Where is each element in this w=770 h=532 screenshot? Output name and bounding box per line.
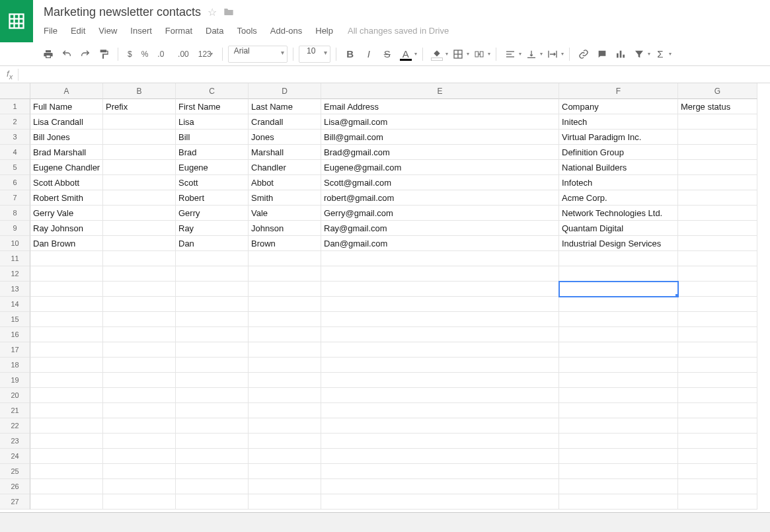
cell-E15[interactable] [321, 312, 559, 327]
cell-B24[interactable] [103, 449, 176, 464]
cell-D25[interactable] [249, 464, 321, 479]
cell-C25[interactable] [176, 464, 249, 479]
cell-F22[interactable] [559, 418, 678, 434]
cell-C10[interactable]: Dan [176, 236, 249, 251]
halign-dropdown[interactable]: ▾ [519, 51, 521, 57]
cell-G6[interactable] [678, 175, 757, 190]
cell-G12[interactable] [678, 266, 757, 282]
cell-A8[interactable]: Gerry Vale [30, 206, 103, 221]
row-header-24[interactable]: 24 [0, 449, 30, 464]
cell-B17[interactable] [103, 342, 176, 358]
cell-G11[interactable] [678, 251, 757, 266]
menu-format[interactable]: Format [159, 23, 199, 38]
cell-D2[interactable]: Crandall [249, 114, 321, 130]
row-header-6[interactable]: 6 [0, 175, 30, 190]
cell-E4[interactable]: Brad@gmail.com [321, 145, 559, 160]
cell-F17[interactable] [559, 342, 678, 358]
cell-B18[interactable] [103, 358, 176, 373]
cell-D19[interactable] [249, 373, 321, 388]
cell-B27[interactable] [103, 494, 176, 510]
col-header-C[interactable]: C [176, 83, 249, 99]
cell-G18[interactable] [678, 358, 757, 373]
cell-A9[interactable]: Ray Johnson [30, 221, 103, 236]
row-header-20[interactable]: 20 [0, 388, 30, 403]
cell-E10[interactable]: Dan@gmail.com [321, 236, 559, 251]
cell-F3[interactable]: Virtual Paradigm Inc. [559, 130, 678, 145]
cell-C24[interactable] [176, 449, 249, 464]
cell-G25[interactable] [678, 464, 757, 479]
format-percent[interactable]: % [137, 46, 153, 63]
cell-D17[interactable] [249, 342, 321, 358]
cell-C20[interactable] [176, 388, 249, 403]
fill-color-dropdown[interactable]: ▾ [445, 51, 448, 57]
menu-insert[interactable]: Insert [124, 23, 159, 38]
cell-E8[interactable]: Gerry@gmail.com [321, 206, 559, 221]
cell-C18[interactable] [176, 358, 249, 373]
format-currency[interactable]: $ [124, 46, 136, 63]
cell-A13[interactable] [30, 282, 103, 297]
menu-file[interactable]: File [44, 23, 64, 38]
font-size-select[interactable]: 10 [299, 46, 330, 63]
sheet-tabs[interactable] [0, 512, 770, 532]
cell-F23[interactable] [559, 434, 678, 449]
folder-icon[interactable] [223, 7, 234, 19]
cell-D12[interactable] [249, 266, 321, 282]
cell-F19[interactable] [559, 373, 678, 388]
cell-A7[interactable]: Robert Smith [30, 190, 103, 206]
col-header-G[interactable]: G [678, 83, 757, 99]
star-icon[interactable]: ☆ [208, 6, 217, 19]
cell-C2[interactable]: Lisa [176, 114, 249, 130]
row-header-10[interactable]: 10 [0, 236, 30, 251]
cell-E6[interactable]: Scott@gmail.com [321, 175, 559, 190]
cell-E23[interactable] [321, 434, 559, 449]
cell-G20[interactable] [678, 388, 757, 403]
select-all-corner[interactable] [0, 83, 30, 99]
row-header-14[interactable]: 14 [0, 297, 30, 312]
cell-C13[interactable] [176, 282, 249, 297]
cell-E14[interactable] [321, 297, 559, 312]
text-wrap-icon[interactable] [544, 46, 561, 63]
cell-D21[interactable] [249, 403, 321, 418]
cell-G24[interactable] [678, 449, 757, 464]
row-header-9[interactable]: 9 [0, 221, 30, 236]
cell-G2[interactable] [678, 114, 757, 130]
cell-F7[interactable]: Acme Corp. [559, 190, 678, 206]
cell-G19[interactable] [678, 373, 757, 388]
cell-F21[interactable] [559, 403, 678, 418]
cell-C17[interactable] [176, 342, 249, 358]
cell-G5[interactable] [678, 160, 757, 175]
more-formats[interactable]: 123 ▾ [194, 46, 217, 63]
row-header-2[interactable]: 2 [0, 114, 30, 130]
cell-C22[interactable] [176, 418, 249, 434]
insert-chart-icon[interactable] [612, 46, 629, 63]
italic-icon[interactable]: I [360, 46, 377, 63]
cell-B12[interactable] [103, 266, 176, 282]
cell-B5[interactable] [103, 160, 176, 175]
cell-B1[interactable]: Prefix [103, 99, 176, 114]
cell-E3[interactable]: Bill@gmail.com [321, 130, 559, 145]
menu-edit[interactable]: Edit [64, 23, 92, 38]
cell-G21[interactable] [678, 403, 757, 418]
cell-D8[interactable]: Vale [249, 206, 321, 221]
strikethrough-icon[interactable]: S [379, 46, 396, 63]
row-header-13[interactable]: 13 [0, 282, 30, 297]
row-header-26[interactable]: 26 [0, 479, 30, 494]
cell-F25[interactable] [559, 464, 678, 479]
cell-G10[interactable] [678, 236, 757, 251]
cell-E20[interactable] [321, 388, 559, 403]
cell-D7[interactable]: Smith [249, 190, 321, 206]
col-header-A[interactable]: A [30, 83, 103, 99]
text-color-icon[interactable]: A [397, 46, 414, 63]
cell-F26[interactable] [559, 479, 678, 494]
cell-F27[interactable] [559, 494, 678, 510]
cell-F2[interactable]: Initech [559, 114, 678, 130]
cell-G14[interactable] [678, 297, 757, 312]
cell-B19[interactable] [103, 373, 176, 388]
cell-A20[interactable] [30, 388, 103, 403]
cell-G16[interactable] [678, 327, 757, 342]
cell-E1[interactable]: Email Address [321, 99, 559, 114]
borders-icon[interactable] [449, 46, 467, 63]
cell-E22[interactable] [321, 418, 559, 434]
cell-E27[interactable] [321, 494, 559, 510]
cell-B14[interactable] [103, 297, 176, 312]
